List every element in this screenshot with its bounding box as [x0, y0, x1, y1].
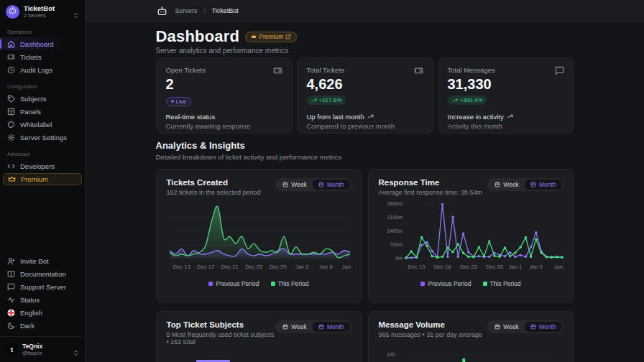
moon-icon	[7, 322, 15, 330]
sidebar-item-whitelabel[interactable]: Whitelabel	[0, 118, 85, 131]
sidebar-item-audit-logs[interactable]: Audit Logs	[0, 63, 85, 76]
message-icon	[555, 66, 564, 75]
stat-foot-title: Real-time status	[166, 113, 282, 121]
sidebar-item-label: Documentation	[20, 270, 66, 278]
sidebar-item-dark[interactable]: Dark	[0, 320, 85, 333]
month-toggle-button[interactable]: Month	[313, 322, 350, 332]
legend-previous-period: Previous Period	[420, 280, 471, 287]
invite-bot-icon	[7, 257, 15, 265]
sidebar-item-label: Whitelabel	[20, 121, 52, 129]
live-dot-icon	[171, 100, 174, 103]
sidebar-item-label: Developers	[20, 162, 55, 170]
svg-text:Dec 17: Dec 17	[197, 264, 214, 270]
chart-title: Top Ticket Subjects	[167, 320, 276, 329]
sidebar-item-label: Subjects	[20, 95, 46, 103]
user-name: TeQnix	[22, 343, 42, 350]
topbar: Servers TicketBot	[86, 0, 644, 22]
tickets-created-chart: Dec 13Dec 17Dec 21Dec 25Dec 29Jan 2Jan 6…	[167, 198, 353, 278]
svg-text:0m: 0m	[395, 256, 402, 261]
charts-row-top: Tickets Created 162 tickets in the selec…	[156, 169, 574, 303]
month-toggle-button[interactable]: Month	[313, 180, 350, 190]
chevrons-updown-icon[interactable]	[73, 346, 79, 353]
week-toggle-button[interactable]: Week	[277, 180, 313, 190]
calendar-icon	[530, 182, 536, 187]
stat-cards-row: Open Tickets 2 Live Real-time status Cur…	[156, 57, 574, 134]
panels-icon	[7, 108, 15, 116]
ticket-icon	[414, 66, 423, 75]
calendar-icon	[494, 182, 500, 187]
support-icon	[7, 283, 15, 291]
page-title: Dashboard	[156, 28, 240, 45]
svg-text:Dec 29: Dec 29	[269, 264, 286, 270]
month-toggle-button[interactable]: Month	[525, 180, 562, 190]
sidebar-item-label: Dashboard	[20, 40, 53, 48]
ticketbot-logo-icon	[6, 5, 19, 19]
week-toggle-button[interactable]: Week	[277, 322, 313, 332]
sidebar-item-subjects[interactable]: Subjects	[0, 92, 85, 105]
analytics-subtitle: Detailed breakdown of ticket activity an…	[156, 153, 574, 161]
period-toggle: Week Month	[275, 320, 351, 333]
svg-text:Dec 18: Dec 18	[433, 264, 451, 270]
sidebar-item-support-server[interactable]: Support Server	[0, 281, 85, 294]
audit-logs-icon	[7, 66, 15, 74]
sidebar-bottom-nav: Invite BotDocumentationSupport ServerSta…	[0, 255, 85, 333]
sidebar-item-english[interactable]: English	[0, 307, 85, 320]
period-toggle: Week Month	[487, 320, 563, 333]
stat-value: 31,330	[448, 76, 564, 93]
sidebar-item-documentation[interactable]: Documentation	[0, 268, 85, 281]
calendar-icon	[282, 182, 288, 187]
svg-text:1400m: 1400m	[387, 228, 402, 233]
svg-text:Jan 6: Jan 6	[319, 264, 332, 270]
month-toggle-button[interactable]: Month	[525, 322, 562, 332]
svg-text:Jan 1: Jan 1	[508, 264, 521, 270]
stat-value: 4,626	[307, 76, 423, 93]
sidebar-item-invite-bot[interactable]: Invite Bot	[0, 255, 85, 268]
week-toggle-button[interactable]: Week	[489, 180, 525, 190]
chart-subtitle: 162 tickets in the selected period	[167, 189, 261, 196]
svg-text:Jan 5: Jan 5	[529, 264, 542, 270]
settings-icon	[7, 134, 15, 141]
svg-text:Dec 23: Dec 23	[459, 264, 477, 270]
sidebar-item-tickets[interactable]: Tickets	[0, 50, 85, 63]
sidebar-item-dashboard[interactable]: Dashboard	[0, 37, 85, 50]
breadcrumb: Servers TicketBot	[175, 7, 239, 14]
legend-this-period: This Period	[271, 280, 309, 287]
server-switcher[interactable]: TicketBot 2 servers	[0, 0, 85, 22]
green-swatch-icon	[271, 282, 275, 286]
svg-text:2100m: 2100m	[387, 215, 402, 220]
breadcrumb-current[interactable]: TicketBot	[212, 7, 239, 14]
svg-text:2800m: 2800m	[387, 201, 402, 206]
sidebar-item-label: Support Server	[20, 283, 66, 291]
week-toggle-button[interactable]: Week	[489, 322, 525, 332]
chevrons-updown-icon[interactable]	[73, 9, 79, 15]
calendar-icon	[318, 324, 324, 330]
robot-logo-icon	[156, 5, 168, 17]
breadcrumb-servers[interactable]: Servers	[175, 7, 198, 14]
sidebar-item-label: Invite Bot	[20, 257, 49, 265]
sidebar-item-label: Tickets	[20, 53, 42, 61]
stat-label: Total Messages	[448, 66, 495, 74]
period-toggle: Week Month	[487, 178, 563, 191]
sidebar-item-server-settings[interactable]: Server Settings	[0, 131, 85, 144]
chart-subtitle: 965 messages • 31 per day average	[379, 331, 482, 338]
stat-foot-subtitle: Compared to previous month	[307, 122, 423, 130]
sidebar-item-label: English	[20, 309, 42, 317]
user-menu[interactable]: t TeQnix @teqnix	[0, 336, 85, 362]
svg-text:Jan 10: Jan 10	[341, 264, 352, 270]
sidebar-item-label: Status	[20, 296, 40, 304]
stat-foot-title: Increase in activity	[448, 113, 564, 121]
period-toggle: Week Month	[275, 178, 351, 191]
premium-badge[interactable]: Premium	[245, 32, 297, 42]
sidebar-item-status[interactable]: Status	[0, 294, 85, 307]
sidebar-item-premium[interactable]: Premium	[3, 173, 82, 185]
trend-badge: +217.6%	[307, 96, 346, 105]
stat-card-total-tickets: Total Tickets 4,626 +217.6% Up from last…	[297, 57, 433, 134]
sidebar-item-developers[interactable]: Developers	[0, 159, 85, 172]
chevron-right-icon	[202, 8, 208, 14]
sidebar-item-panels[interactable]: Panels	[0, 105, 85, 118]
user-handle: @teqnix	[22, 350, 42, 356]
dashboard-icon	[7, 40, 15, 48]
svg-text:Dec 21: Dec 21	[221, 264, 238, 270]
stat-card-total-messages: Total Messages 31,330 +300.4% Increase i…	[438, 57, 574, 134]
calendar-icon	[530, 324, 536, 330]
